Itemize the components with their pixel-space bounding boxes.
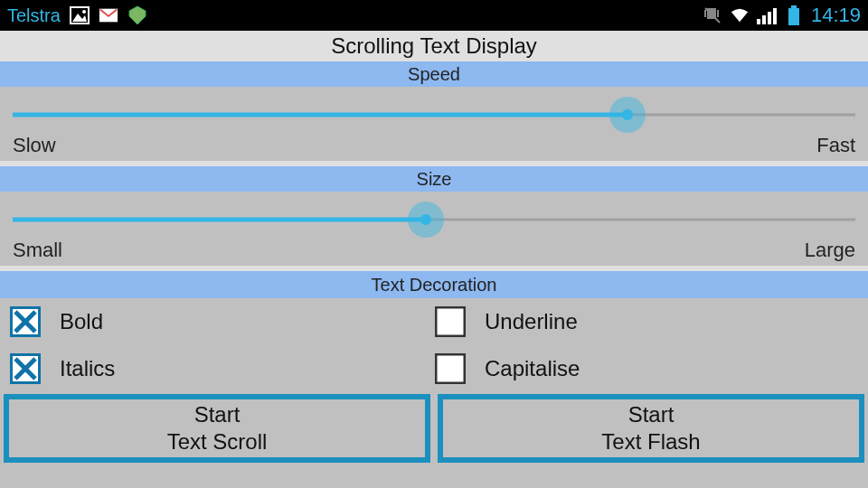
underline-checkbox[interactable] bbox=[434, 305, 467, 338]
scroll-btn-line1: Start bbox=[194, 401, 241, 428]
svg-marker-1 bbox=[72, 14, 87, 22]
italics-row[interactable]: Italics bbox=[9, 352, 434, 385]
status-right: 14:19 bbox=[703, 4, 861, 27]
svg-rect-12 bbox=[791, 5, 797, 8]
start-text-flash-button[interactable]: Start Text Flash bbox=[438, 394, 864, 463]
signal-icon bbox=[757, 5, 777, 25]
status-left: Telstra bbox=[7, 5, 147, 26]
picture-icon bbox=[70, 5, 90, 25]
size-section: Small Large bbox=[0, 192, 868, 266]
speed-header: Speed bbox=[0, 61, 868, 87]
svg-rect-9 bbox=[762, 15, 766, 24]
start-text-scroll-button[interactable]: Start Text Scroll bbox=[4, 394, 430, 463]
shield-icon bbox=[127, 5, 147, 25]
svg-point-2 bbox=[82, 10, 86, 14]
svg-rect-13 bbox=[788, 8, 799, 25]
scroll-btn-line2: Text Scroll bbox=[167, 428, 268, 455]
underline-row[interactable]: Underline bbox=[434, 305, 859, 338]
capitalise-row[interactable]: Capitalise bbox=[434, 352, 859, 385]
svg-rect-21 bbox=[436, 354, 465, 383]
italics-label: Italics bbox=[60, 356, 115, 381]
svg-rect-10 bbox=[768, 12, 771, 24]
bold-row[interactable]: Bold bbox=[9, 305, 434, 338]
speed-slider-thumb[interactable] bbox=[609, 97, 646, 133]
page-title: Scrolling Text Display bbox=[0, 31, 868, 61]
carrier-label: Telstra bbox=[7, 5, 61, 26]
flash-btn-line2: Text Flash bbox=[601, 428, 700, 455]
speed-section: Slow Fast bbox=[0, 87, 868, 161]
button-row: Start Text Scroll Start Text Flash bbox=[0, 394, 868, 466]
clock-label: 14:19 bbox=[811, 4, 861, 27]
vibrate-icon bbox=[703, 5, 722, 25]
size-slider-thumb[interactable] bbox=[408, 202, 444, 238]
svg-marker-4 bbox=[129, 6, 146, 24]
size-header: Size bbox=[0, 166, 868, 192]
capitalise-label: Capitalise bbox=[485, 356, 580, 381]
wifi-icon bbox=[730, 5, 750, 25]
decoration-header: Text Decoration bbox=[0, 271, 868, 298]
svg-rect-17 bbox=[436, 307, 465, 336]
bold-checkbox[interactable] bbox=[9, 305, 42, 338]
size-slider[interactable] bbox=[13, 197, 855, 242]
capitalise-checkbox[interactable] bbox=[434, 352, 467, 385]
speed-slider[interactable] bbox=[13, 92, 855, 137]
battery-icon bbox=[784, 5, 804, 25]
status-bar: Telstra 14:19 bbox=[0, 0, 868, 31]
italics-checkbox[interactable] bbox=[9, 352, 42, 385]
decoration-section: Bold Underline Italics Capitalise bbox=[0, 298, 868, 394]
svg-rect-8 bbox=[757, 19, 760, 24]
bold-label: Bold bbox=[60, 309, 103, 334]
flash-btn-line1: Start bbox=[628, 401, 675, 428]
underline-label: Underline bbox=[485, 309, 578, 334]
mail-icon bbox=[99, 5, 118, 25]
svg-rect-11 bbox=[773, 8, 777, 24]
